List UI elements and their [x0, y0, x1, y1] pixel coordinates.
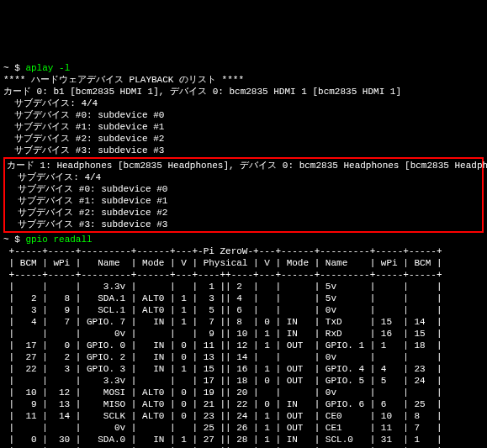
gpio-row: | 9 | 13 | MISO | ALT0 | 0 | 21 || 22 | … — [3, 399, 442, 409]
prompt-line-1[interactable]: ~ $ aplay -l — [3, 63, 70, 73]
card0-header: カード 0: b1 [bcm2835 HDMI 1], デバイス 0: bcm2… — [3, 87, 401, 97]
card1-sub1: サブデバイス #1: subdevice #1 — [7, 196, 167, 206]
prompt-symbol: ~ $ — [3, 63, 20, 73]
command-text: aplay -l — [25, 63, 70, 73]
gpio-row: | 11 | 14 | SCLK | ALT0 | 0 | 23 || 24 |… — [3, 411, 442, 421]
aplay-header: **** ハードウェアデバイス PLAYBACK のリスト **** — [3, 75, 244, 85]
gpio-row: | 3 | 9 | SCL.1 | ALT0 | 1 | 5 || 6 | | … — [3, 305, 442, 315]
command-text: gpio readall — [25, 235, 92, 245]
card1-subcount: サブデバイス: 4/4 — [7, 172, 101, 182]
gpio-row: | 4 | 7 | GPIO. 7 | IN | 1 | 7 || 8 | 0 … — [3, 317, 442, 327]
gpio-row: | 17 | 0 | GPIO. 0 | IN | 0 | 11 || 12 |… — [3, 340, 442, 350]
gpio-row: | 27 | 2 | GPIO. 2 | IN | 0 | 13 || 14 |… — [3, 352, 442, 362]
gpio-row: | | | 0v | | | 25 || 26 | 1 | OUT | CE1 … — [3, 423, 442, 433]
card0-sub0: サブデバイス #0: subdevice #0 — [3, 110, 164, 120]
gpio-row: | 2 | 8 | SDA.1 | ALT0 | 1 | 3 || 4 | | … — [3, 293, 442, 303]
gpio-row: | 10 | 12 | MOSI | ALT0 | 0 | 19 || 20 |… — [3, 387, 442, 398]
prompt-symbol: ~ $ — [3, 235, 20, 245]
card1-sub3: サブデバイス #3: subdevice #3 — [7, 219, 167, 229]
gpio-header-sep: +-----+-----+---------+------+---+----++… — [3, 270, 442, 280]
gpio-row: | | | 3.3v | | | 1 || 2 | | | 5v | | | — [3, 282, 442, 292]
card1-sub0: サブデバイス #0: subdevice #0 — [7, 184, 167, 194]
card0-subcount: サブデバイス: 4/4 — [3, 98, 98, 108]
card1-highlight-box: カード 1: Headphones [bcm2835 Headphones], … — [3, 157, 484, 233]
card0-sub2: サブデバイス #2: subdevice #2 — [3, 134, 164, 144]
card0-sub1: サブデバイス #1: subdevice #1 — [3, 122, 164, 132]
gpio-row: | | | 0v | | | 9 || 10 | 1 | IN | RxD | … — [3, 329, 442, 339]
card1-header: カード 1: Headphones [bcm2835 Headphones], … — [7, 161, 487, 171]
gpio-header: | BCM | wPi | Name | Mode | V | Physical… — [3, 258, 442, 268]
gpio-row: | 22 | 3 | GPIO. 3 | IN | 1 | 15 || 16 |… — [3, 364, 442, 374]
card1-sub2: サブデバイス #2: subdevice #2 — [7, 208, 167, 218]
card0-sub3: サブデバイス #3: subdevice #3 — [3, 145, 164, 155]
prompt-line-2[interactable]: ~ $ gpio readall — [3, 235, 93, 245]
gpio-row: | | | 3.3v | | | 17 || 18 | 0 | OUT | GP… — [3, 376, 442, 386]
gpio-readall-table: +-----+-----+---------+------+---+-Pi Ze… — [3, 245, 484, 448]
gpio-border-top: +-----+-----+---------+------+---+-Pi Ze… — [3, 246, 442, 256]
gpio-row: | 0 | 30 | SDA.0 | IN | 1 | 27 || 28 | 1… — [3, 435, 442, 445]
terminal-output: ~ $ aplay -l **** ハードウェアデバイス PLAYBACK のリ… — [3, 50, 484, 448]
